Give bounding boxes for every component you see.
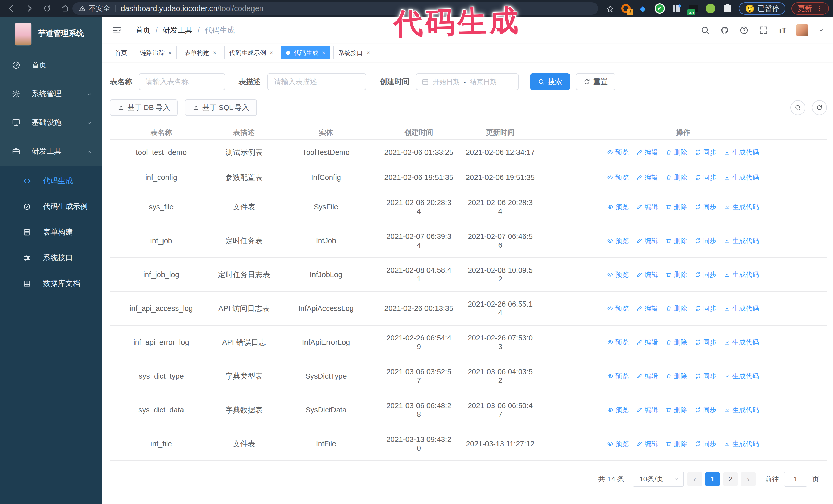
browser-home-icon[interactable]	[60, 3, 70, 14]
action-eye-link[interactable]: 预览	[607, 270, 629, 279]
reset-button[interactable]: 重置	[576, 73, 615, 90]
page-button-2[interactable]: 2	[723, 472, 738, 486]
toggle-search-button[interactable]	[790, 100, 805, 115]
sidebar-item-devtools[interactable]: 研发工具	[0, 137, 102, 166]
action-eye-link[interactable]: 预览	[607, 406, 629, 414]
action-edit-link[interactable]: 编辑	[636, 270, 658, 279]
table-desc-input[interactable]	[267, 73, 366, 90]
paused-badge[interactable]: 😲 已暂停	[739, 2, 785, 15]
next-page-button[interactable]: ›	[741, 472, 756, 486]
tab-close-icon[interactable]: ×	[168, 50, 172, 56]
tab-链路追踪[interactable]: 链路追踪×	[135, 46, 176, 59]
tab-系统接口[interactable]: 系统接口×	[333, 46, 375, 59]
action-sync-link[interactable]: 同步	[695, 202, 716, 211]
tab-close-icon[interactable]: ×	[270, 50, 273, 56]
browser-reload-icon[interactable]	[42, 3, 52, 14]
action-download-link[interactable]: 生成代码	[724, 202, 759, 211]
action-download-link[interactable]: 生成代码	[724, 338, 759, 346]
action-eye-link[interactable]: 预览	[607, 202, 629, 211]
action-edit-link[interactable]: 编辑	[636, 148, 658, 157]
ext-green-bot-icon[interactable]	[705, 3, 716, 14]
action-delete-link[interactable]: 删除	[666, 173, 687, 182]
import-db-button[interactable]: 基于 DB 导入	[110, 99, 177, 116]
tab-close-icon[interactable]: ×	[322, 50, 326, 56]
action-eye-link[interactable]: 预览	[607, 173, 629, 182]
action-delete-link[interactable]: 删除	[666, 304, 687, 313]
sidebar-item-home[interactable]: 首页	[0, 51, 102, 79]
tab-代码生成[interactable]: 代码生成×	[281, 46, 330, 59]
browser-forward-icon[interactable]	[24, 3, 34, 14]
refresh-table-button[interactable]	[812, 100, 827, 115]
goto-page-input[interactable]	[784, 472, 807, 486]
header-search-icon[interactable]	[700, 26, 710, 35]
fullscreen-icon[interactable]	[759, 26, 768, 35]
action-sync-link[interactable]: 同步	[695, 236, 716, 245]
bookmark-star-icon[interactable]	[606, 4, 614, 13]
action-sync-link[interactable]: 同步	[695, 148, 716, 157]
table-name-input[interactable]	[139, 73, 225, 90]
action-sync-link[interactable]: 同步	[695, 406, 716, 414]
action-delete-link[interactable]: 删除	[666, 439, 687, 448]
action-edit-link[interactable]: 编辑	[636, 304, 658, 313]
action-edit-link[interactable]: 编辑	[636, 236, 658, 245]
action-edit-link[interactable]: 编辑	[636, 173, 658, 182]
ext-blue-gem-icon[interactable]	[638, 3, 648, 14]
action-eye-link[interactable]: 预览	[607, 372, 629, 380]
date-start-placeholder[interactable]: 开始日期	[433, 77, 459, 87]
sidebar-item-system[interactable]: 系统管理	[0, 79, 102, 108]
help-icon[interactable]	[739, 26, 749, 35]
action-delete-link[interactable]: 删除	[666, 236, 687, 245]
sidebar-subitem-system-api[interactable]: 系统接口	[0, 245, 102, 271]
action-delete-link[interactable]: 删除	[666, 338, 687, 346]
ext-panels-icon[interactable]	[671, 3, 682, 14]
page-button-1[interactable]: 1	[705, 472, 720, 486]
action-eye-link[interactable]: 预览	[607, 304, 629, 313]
action-eye-link[interactable]: 预览	[607, 236, 629, 245]
ext-orange-circle-icon[interactable]: 1	[620, 3, 631, 14]
date-end-placeholder[interactable]: 结束日期	[470, 77, 497, 87]
ext-puzzle-icon[interactable]	[722, 3, 733, 14]
user-avatar[interactable]	[796, 24, 808, 37]
action-download-link[interactable]: 生成代码	[724, 406, 759, 414]
breadcrumb-item[interactable]: 研发工具	[163, 25, 192, 35]
sidebar-subitem-form-builder[interactable]: 表单构建	[0, 219, 102, 245]
action-download-link[interactable]: 生成代码	[724, 439, 759, 448]
sidebar-item-infra[interactable]: 基础设施	[0, 108, 102, 137]
action-edit-link[interactable]: 编辑	[636, 439, 658, 448]
action-edit-link[interactable]: 编辑	[636, 202, 658, 211]
action-download-link[interactable]: 生成代码	[724, 148, 759, 157]
date-range-picker[interactable]: 开始日期 - 结束日期	[416, 73, 519, 90]
action-eye-link[interactable]: 预览	[607, 439, 629, 448]
action-delete-link[interactable]: 删除	[666, 406, 687, 414]
action-edit-link[interactable]: 编辑	[636, 338, 658, 346]
action-delete-link[interactable]: 删除	[666, 148, 687, 157]
action-edit-link[interactable]: 编辑	[636, 372, 658, 380]
prev-page-button[interactable]: ‹	[687, 472, 702, 486]
action-sync-link[interactable]: 同步	[695, 270, 716, 279]
search-button[interactable]: 搜索	[530, 73, 570, 90]
browser-menu-dots-icon[interactable]: ⋮	[816, 6, 823, 10]
ext-dark-icon[interactable]: on	[688, 3, 699, 14]
ext-green-check-icon[interactable]: ✓	[654, 3, 665, 14]
breadcrumb-item[interactable]: 首页	[136, 25, 150, 35]
action-sync-link[interactable]: 同步	[695, 304, 716, 313]
action-delete-link[interactable]: 删除	[666, 202, 687, 211]
security-label[interactable]: 不安全	[89, 4, 110, 13]
tab-代码生成示例[interactable]: 代码生成示例×	[224, 46, 278, 59]
action-delete-link[interactable]: 删除	[666, 270, 687, 279]
tab-表单构建[interactable]: 表单构建×	[180, 46, 221, 59]
sidebar-collapse-icon[interactable]	[112, 25, 122, 35]
action-sync-link[interactable]: 同步	[695, 338, 716, 346]
action-sync-link[interactable]: 同步	[695, 439, 716, 448]
action-download-link[interactable]: 生成代码	[724, 372, 759, 380]
action-sync-link[interactable]: 同步	[695, 372, 716, 380]
sidebar-subitem-db-doc[interactable]: 数据库文档	[0, 271, 102, 296]
github-icon[interactable]	[720, 26, 729, 35]
page-size-select[interactable]: 10条/页	[633, 472, 684, 486]
action-edit-link[interactable]: 编辑	[636, 406, 658, 414]
font-size-icon[interactable]: тT	[779, 26, 786, 34]
browser-back-icon[interactable]	[6, 3, 17, 14]
tab-close-icon[interactable]: ×	[213, 50, 216, 56]
action-sync-link[interactable]: 同步	[695, 173, 716, 182]
tab-首页[interactable]: 首页	[110, 46, 132, 59]
